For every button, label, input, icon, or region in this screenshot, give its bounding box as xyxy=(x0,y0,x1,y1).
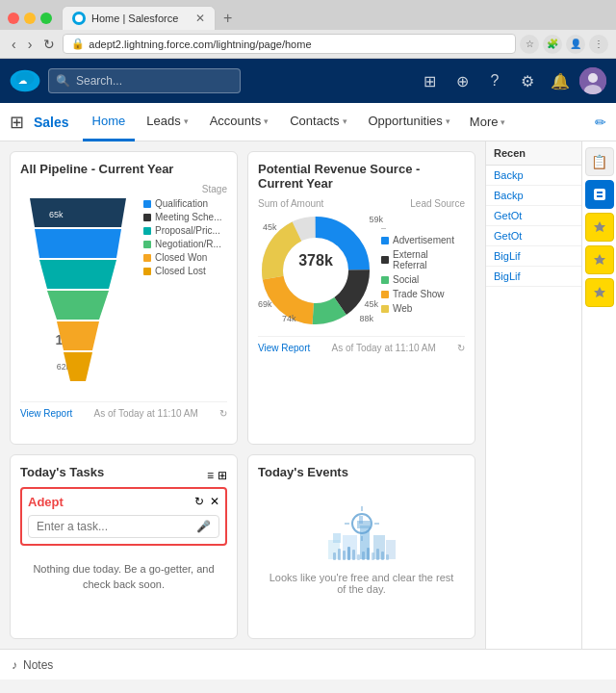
bookmark-icon[interactable]: ☆ xyxy=(520,35,539,54)
menu-icon[interactable]: ⋮ xyxy=(589,35,608,54)
legend-color xyxy=(143,268,151,275)
svg-rect-50 xyxy=(594,189,605,200)
task-text-input[interactable] xyxy=(37,520,196,533)
pipeline-refresh-icon[interactable]: ↻ xyxy=(219,408,227,419)
tab-close-button[interactable]: ✕ xyxy=(195,12,205,25)
recent-item[interactable]: Backp xyxy=(486,166,581,186)
minimize-window-button[interactable] xyxy=(24,13,36,24)
svg-rect-39 xyxy=(338,549,341,560)
bottom-bar[interactable]: ♪ Notes xyxy=(0,649,616,680)
task-input-row[interactable]: 🎤 xyxy=(28,515,219,538)
notifications-icon[interactable]: 🔔 xyxy=(547,67,574,94)
nav-opportunities-label: Opportunities xyxy=(369,114,443,128)
mic-icon[interactable]: 🎤 xyxy=(196,520,211,533)
nav-more-label: More xyxy=(470,115,499,129)
svg-marker-15 xyxy=(57,321,99,350)
revenue-view-report-link[interactable]: View Report xyxy=(258,343,310,353)
nav-item-opportunities[interactable]: Opportunities ▾ xyxy=(359,103,460,141)
tasks-card-header: Today's Tasks ≡ ⊞ xyxy=(20,465,227,487)
maximize-window-button[interactable] xyxy=(40,13,52,24)
recent-item[interactable]: Backp xyxy=(486,186,581,206)
tasks-list-icon[interactable]: ≡ xyxy=(207,469,214,482)
svg-rect-44 xyxy=(362,552,365,560)
legend-color xyxy=(143,214,151,221)
active-tab[interactable]: Home | Salesforce ✕ xyxy=(62,6,216,30)
tasks-card: Today's Tasks ≡ ⊞ Adept ↻ ✕ xyxy=(10,454,238,640)
right-panels: Recen Backp Backp GetOt GetOt BigLif Big… xyxy=(485,141,616,649)
pipeline-view-report-link[interactable]: View Report xyxy=(20,408,72,419)
back-button[interactable]: ‹ xyxy=(8,35,20,54)
nav-edit-icon[interactable]: ✏ xyxy=(595,115,606,130)
sidebar-button-3[interactable] xyxy=(585,213,614,242)
nav-item-contacts[interactable]: Contacts ▾ xyxy=(280,103,356,141)
nav-item-more[interactable]: More ▾ xyxy=(462,103,514,141)
revenue-timestamp: As of Today at 11:10 AM xyxy=(332,343,436,353)
revenue-card-labels: Sum of Amount Lead Source xyxy=(258,198,465,209)
address-bar[interactable]: 🔒 adept2.lightning.force.com/lightning/p… xyxy=(63,34,516,54)
adept-label: Adept xyxy=(28,495,64,509)
svg-rect-46 xyxy=(372,552,374,560)
donut-chart-container: 378k 59k 45k 69k 74k 88k 45k – xyxy=(258,213,465,328)
task-control-icons: ↻ ✕ xyxy=(194,495,219,508)
legend-label: Closed Won xyxy=(155,252,207,263)
task-refresh-icon[interactable]: ↻ xyxy=(194,495,204,508)
svg-marker-54 xyxy=(594,254,605,265)
sidebar-button-1[interactable]: 📋 xyxy=(585,147,614,176)
app-grid-icon[interactable]: ⊞ xyxy=(10,112,24,133)
legend-label: Meeting Sche... xyxy=(155,212,221,222)
donut-label-69k: 69k xyxy=(258,299,272,309)
settings-icon[interactable]: ⚙ xyxy=(514,67,541,94)
recent-item[interactable]: GetOt xyxy=(486,206,581,226)
sidebar-button-4[interactable] xyxy=(585,245,614,274)
sidebar-button-2[interactable] xyxy=(585,180,614,209)
more-chevron-icon: ▾ xyxy=(500,117,505,127)
legend-color xyxy=(143,227,151,235)
grid-icon[interactable]: ⊞ xyxy=(416,67,443,94)
recent-item[interactable]: BigLif xyxy=(486,267,581,287)
sidebar-button-5[interactable] xyxy=(585,278,614,307)
legend-item: Trade Show xyxy=(381,289,465,299)
nav-item-home[interactable]: Home xyxy=(83,103,136,141)
revenue-card-footer: View Report As of Today at 11:10 AM ↻ xyxy=(258,336,465,353)
legend-item: Proposal/Pric... xyxy=(143,225,227,236)
help-icon[interactable]: ? xyxy=(481,67,508,94)
new-tab-button[interactable]: + xyxy=(219,10,236,27)
tab-favicon xyxy=(72,12,86,25)
puzzle-icon[interactable]: 🧩 xyxy=(543,35,562,54)
search-container[interactable]: 🔍 xyxy=(48,68,241,93)
profile-icon[interactable]: 👤 xyxy=(566,35,585,54)
task-close-icon[interactable]: ✕ xyxy=(210,495,219,508)
donut-label-45k: 45k xyxy=(263,222,277,232)
add-icon[interactable]: ⊕ xyxy=(449,67,475,94)
pipeline-card: All Pipeline - Current Year Stage 65k 17… xyxy=(10,151,238,445)
svg-rect-45 xyxy=(367,548,370,560)
nav-contacts-label: Contacts xyxy=(290,114,339,128)
legend-label: Web xyxy=(393,303,412,314)
legend-color xyxy=(143,241,151,248)
salesforce-logo[interactable]: ☁ xyxy=(10,65,40,96)
donut-label-59k: 59k xyxy=(369,215,383,224)
svg-rect-30 xyxy=(359,516,363,524)
revenue-card: Potential Revenue Source - Current Year … xyxy=(247,151,475,445)
tasks-grid-icon[interactable]: ⊞ xyxy=(218,469,227,482)
refresh-button[interactable]: ↻ xyxy=(39,35,59,54)
legend-label: Social xyxy=(393,274,419,285)
recent-item[interactable]: GetOt xyxy=(486,226,581,246)
svg-text:65k: 65k xyxy=(49,210,64,219)
user-avatar[interactable] xyxy=(579,67,606,94)
svg-point-0 xyxy=(75,14,83,22)
revenue-refresh-icon[interactable]: ↻ xyxy=(457,343,465,353)
recent-item[interactable]: BigLif xyxy=(486,246,581,267)
close-window-button[interactable] xyxy=(8,13,19,24)
browser-chrome: Home | Salesforce ✕ + ‹ › ↻ 🔒 adept2.lig… xyxy=(0,0,616,59)
nav-item-leads[interactable]: Leads ▾ xyxy=(137,103,197,141)
svg-marker-55 xyxy=(594,287,605,297)
legend-item: Closed Lost xyxy=(143,266,227,276)
nav-item-accounts[interactable]: Accounts ▾ xyxy=(200,103,278,141)
search-input[interactable] xyxy=(48,68,241,93)
forward-button[interactable]: › xyxy=(24,35,37,54)
svg-text:378k: 378k xyxy=(298,252,333,269)
legend-item: Closed Won xyxy=(143,252,227,263)
legend-color xyxy=(143,200,151,208)
svg-marker-9 xyxy=(30,198,126,227)
